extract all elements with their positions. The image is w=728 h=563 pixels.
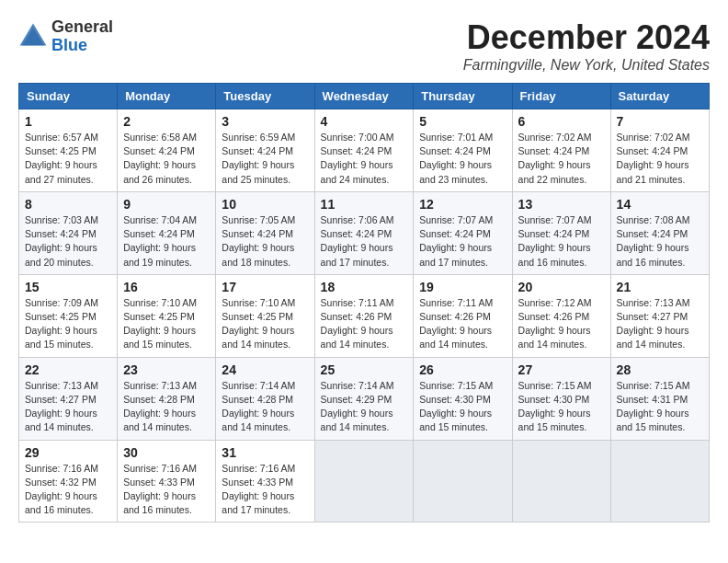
calendar-cell: 7Sunrise: 7:02 AMSunset: 4:24 PMDaylight… [610,109,709,192]
day-number: 14 [617,197,703,212]
day-number: 29 [25,445,111,460]
day-info: Sunrise: 7:03 AMSunset: 4:24 PMDaylight:… [25,213,111,270]
day-number: 26 [419,362,506,377]
day-number: 1 [25,114,111,129]
calendar-table: SundayMondayTuesdayWednesdayThursdayFrid… [18,83,710,523]
logo-icon [18,22,48,52]
day-info: Sunrise: 7:02 AMSunset: 4:24 PMDaylight:… [518,131,605,187]
calendar-header-row: SundayMondayTuesdayWednesdayThursdayFrid… [19,84,710,109]
day-info: Sunrise: 7:10 AMSunset: 4:25 PMDaylight:… [123,296,210,352]
logo-general: General [51,18,113,37]
calendar-cell: 29Sunrise: 7:16 AMSunset: 4:32 PMDayligh… [19,440,118,523]
calendar-cell: 22Sunrise: 7:13 AMSunset: 4:27 PMDayligh… [19,357,118,440]
day-number: 8 [25,197,111,212]
day-info: Sunrise: 7:09 AMSunset: 4:25 PMDaylight:… [25,296,111,352]
day-info: Sunrise: 7:12 AMSunset: 4:26 PMDaylight:… [518,296,605,352]
day-number: 11 [321,197,408,212]
day-info: Sunrise: 7:07 AMSunset: 4:24 PMDaylight:… [419,213,506,270]
day-number: 23 [123,362,210,377]
day-info: Sunrise: 7:02 AMSunset: 4:24 PMDaylight:… [617,131,703,187]
calendar-cell: 20Sunrise: 7:12 AMSunset: 4:26 PMDayligh… [512,274,610,357]
day-number: 22 [25,362,111,377]
day-number: 30 [123,445,210,460]
column-header-saturday: Saturday [610,84,709,109]
day-number: 13 [518,197,605,212]
calendar-cell [414,440,512,523]
calendar-cell: 11Sunrise: 7:06 AMSunset: 4:24 PMDayligh… [314,191,414,274]
calendar-cell: 25Sunrise: 7:14 AMSunset: 4:29 PMDayligh… [314,357,414,440]
calendar-cell: 2Sunrise: 6:58 AMSunset: 4:24 PMDaylight… [118,109,216,192]
column-header-sunday: Sunday [19,84,118,109]
calendar-cell: 24Sunrise: 7:14 AMSunset: 4:28 PMDayligh… [216,357,314,440]
day-number: 25 [321,362,408,377]
calendar-cell: 12Sunrise: 7:07 AMSunset: 4:24 PMDayligh… [414,191,512,274]
calendar-week-row: 15Sunrise: 7:09 AMSunset: 4:25 PMDayligh… [19,274,710,357]
day-info: Sunrise: 7:16 AMSunset: 4:33 PMDaylight:… [123,462,210,518]
column-header-monday: Monday [118,84,216,109]
calendar-cell: 17Sunrise: 7:10 AMSunset: 4:25 PMDayligh… [216,274,314,357]
day-number: 5 [419,114,506,129]
calendar-cell: 16Sunrise: 7:10 AMSunset: 4:25 PMDayligh… [118,274,216,357]
calendar-cell: 14Sunrise: 7:08 AMSunset: 4:24 PMDayligh… [610,191,709,274]
day-number: 20 [518,280,605,294]
month-title: December 2024 [463,18,710,57]
calendar-cell [314,440,414,523]
day-info: Sunrise: 7:16 AMSunset: 4:32 PMDaylight:… [25,462,111,518]
day-info: Sunrise: 7:05 AMSunset: 4:24 PMDaylight:… [222,213,308,270]
day-info: Sunrise: 7:16 AMSunset: 4:33 PMDaylight:… [222,462,308,518]
day-info: Sunrise: 7:15 AMSunset: 4:30 PMDaylight:… [518,379,605,435]
day-number: 28 [617,362,703,377]
day-info: Sunrise: 7:00 AMSunset: 4:24 PMDaylight:… [321,131,408,187]
calendar-cell: 15Sunrise: 7:09 AMSunset: 4:25 PMDayligh… [19,274,118,357]
day-info: Sunrise: 7:15 AMSunset: 4:30 PMDaylight:… [419,379,506,435]
column-header-friday: Friday [512,84,610,109]
column-header-wednesday: Wednesday [314,84,414,109]
day-number: 6 [518,114,605,129]
calendar-cell: 9Sunrise: 7:04 AMSunset: 4:24 PMDaylight… [118,191,216,274]
logo-text: General Blue [51,18,113,55]
calendar-week-row: 22Sunrise: 7:13 AMSunset: 4:27 PMDayligh… [19,357,710,440]
day-info: Sunrise: 6:58 AMSunset: 4:24 PMDaylight:… [123,131,210,187]
day-info: Sunrise: 7:06 AMSunset: 4:24 PMDaylight:… [321,213,408,270]
page-header: General Blue December 2024 Farmingville,… [18,18,710,74]
calendar-cell: 8Sunrise: 7:03 AMSunset: 4:24 PMDaylight… [19,191,118,274]
day-number: 19 [419,280,506,294]
day-number: 4 [321,114,408,129]
day-number: 10 [222,197,308,212]
day-number: 2 [123,114,210,129]
day-number: 24 [222,362,308,377]
calendar-cell: 13Sunrise: 7:07 AMSunset: 4:24 PMDayligh… [512,191,610,274]
day-number: 15 [25,280,111,294]
day-number: 17 [222,280,308,294]
day-info: Sunrise: 7:13 AMSunset: 4:27 PMDaylight:… [25,379,111,435]
calendar-cell: 4Sunrise: 7:00 AMSunset: 4:24 PMDaylight… [314,109,414,192]
day-info: Sunrise: 7:01 AMSunset: 4:24 PMDaylight:… [419,131,506,187]
day-info: Sunrise: 7:15 AMSunset: 4:31 PMDaylight:… [617,379,703,435]
day-number: 12 [419,197,506,212]
calendar-cell: 27Sunrise: 7:15 AMSunset: 4:30 PMDayligh… [512,357,610,440]
logo: General Blue [18,18,113,55]
logo-blue: Blue [51,37,113,55]
day-info: Sunrise: 7:14 AMSunset: 4:29 PMDaylight:… [321,379,408,435]
calendar-cell: 31Sunrise: 7:16 AMSunset: 4:33 PMDayligh… [216,440,314,523]
day-info: Sunrise: 7:11 AMSunset: 4:26 PMDaylight:… [419,296,506,352]
calendar-cell: 26Sunrise: 7:15 AMSunset: 4:30 PMDayligh… [414,357,512,440]
day-info: Sunrise: 6:59 AMSunset: 4:24 PMDaylight:… [222,131,308,187]
day-info: Sunrise: 7:04 AMSunset: 4:24 PMDaylight:… [123,213,210,270]
calendar-cell: 6Sunrise: 7:02 AMSunset: 4:24 PMDaylight… [512,109,610,192]
calendar-cell: 19Sunrise: 7:11 AMSunset: 4:26 PMDayligh… [414,274,512,357]
day-number: 9 [123,197,210,212]
day-info: Sunrise: 7:13 AMSunset: 4:28 PMDaylight:… [123,379,210,435]
location-subtitle: Farmingville, New York, United States [463,57,710,74]
day-info: Sunrise: 6:57 AMSunset: 4:25 PMDaylight:… [25,131,111,187]
day-number: 7 [617,114,703,129]
calendar-week-row: 29Sunrise: 7:16 AMSunset: 4:32 PMDayligh… [19,440,710,523]
day-number: 31 [222,445,308,460]
day-info: Sunrise: 7:07 AMSunset: 4:24 PMDaylight:… [518,213,605,270]
calendar-week-row: 8Sunrise: 7:03 AMSunset: 4:24 PMDaylight… [19,191,710,274]
title-block: December 2024 Farmingville, New York, Un… [463,18,710,74]
day-info: Sunrise: 7:14 AMSunset: 4:28 PMDaylight:… [222,379,308,435]
calendar-cell: 23Sunrise: 7:13 AMSunset: 4:28 PMDayligh… [118,357,216,440]
day-number: 18 [321,280,408,294]
day-number: 3 [222,114,308,129]
